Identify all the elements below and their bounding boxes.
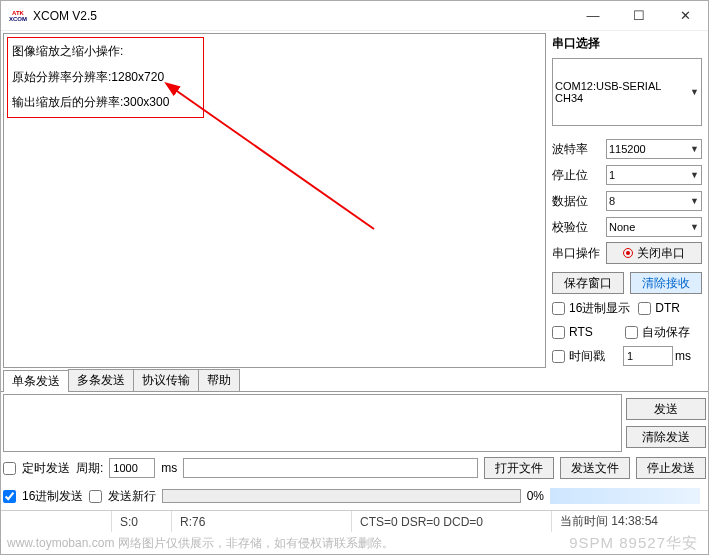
clear-send-button[interactable]: 清除发送	[626, 426, 706, 448]
app-window: ATKXCOM XCOM V2.5 — ☐ ✕ 图像缩放之缩小操作: 原始分辨率…	[0, 0, 709, 555]
hex-display-label: 16进制显示	[569, 300, 630, 317]
clear-recv-button[interactable]: 清除接收	[630, 272, 702, 294]
parity-select[interactable]: None▼	[606, 217, 702, 237]
serial-toggle-button[interactable]: 关闭串口	[606, 242, 702, 264]
hex-display-checkbox[interactable]	[552, 302, 565, 315]
auto-save-label: 自动保存	[642, 324, 690, 341]
op-button-label: 关闭串口	[637, 245, 685, 262]
watermark-left: www.toymoban.com 网络图片仅供展示，非存储，如有侵权请联系删除。	[7, 535, 394, 552]
dtr-checkbox[interactable]	[638, 302, 651, 315]
data-value: 8	[609, 195, 615, 207]
content-area: 图像缩放之缩小操作: 原始分辨率分辨率:1280x720 输出缩放后的分辨率:3…	[1, 31, 708, 554]
dtr-label: DTR	[655, 301, 680, 315]
timestamp-checkbox[interactable]	[552, 350, 565, 363]
send-tabs: 单条发送 多条发送 协议传输 帮助	[1, 370, 708, 392]
port-value: COM12:USB-SERIAL CH34	[555, 80, 690, 104]
rts-checkbox[interactable]	[552, 326, 565, 339]
status-time: 当前时间 14:38:54	[551, 511, 708, 532]
status-recv: R:76	[171, 511, 351, 532]
progress-percent: 0%	[527, 489, 544, 503]
serial-settings-panel: 串口选择 COM12:USB-SERIAL CH34▼ 波特率 115200▼ …	[548, 31, 708, 370]
stop-select[interactable]: 1▼	[606, 165, 702, 185]
maximize-button[interactable]: ☐	[616, 1, 662, 30]
close-button[interactable]: ✕	[662, 1, 708, 30]
data-label: 数据位	[552, 193, 602, 210]
send-file-button[interactable]: 发送文件	[560, 457, 630, 479]
op-label: 串口操作	[552, 245, 602, 262]
open-file-button[interactable]: 打开文件	[484, 457, 554, 479]
parity-label: 校验位	[552, 219, 602, 236]
auto-save-checkbox[interactable]	[625, 326, 638, 339]
output-line: 原始分辨率分辨率:1280x720	[12, 70, 169, 86]
output-line: 图像缩放之缩小操作:	[12, 44, 169, 60]
watermark-right: 9SPM 89527华安	[569, 534, 698, 553]
data-select[interactable]: 8▼	[606, 191, 702, 211]
serial-section-title: 串口选择	[552, 35, 702, 52]
baud-value: 115200	[609, 143, 646, 155]
window-title: XCOM V2.5	[33, 9, 570, 23]
chevron-down-icon: ▼	[690, 196, 699, 206]
timed-send-checkbox[interactable]	[3, 462, 16, 475]
timed-send-label: 定时发送	[22, 460, 70, 477]
info-strip	[550, 488, 700, 504]
status-spacer	[1, 511, 111, 532]
minimize-button[interactable]: —	[570, 1, 616, 30]
send-panel: 发送 清除发送 定时发送 周期: 1000 ms 打开文件 发送文件 停止发送 …	[1, 392, 708, 510]
tab-help[interactable]: 帮助	[198, 369, 240, 391]
app-icon: ATKXCOM	[9, 7, 27, 25]
stop-send-button[interactable]: 停止发送	[636, 457, 706, 479]
status-sent: S:0	[111, 511, 171, 532]
highlight-box: 图像缩放之缩小操作: 原始分辨率分辨率:1280x720 输出缩放后的分辨率:3…	[7, 37, 204, 118]
chevron-down-icon: ▼	[690, 222, 699, 232]
send-newline-label: 发送新行	[108, 488, 156, 505]
rts-label: RTS	[569, 325, 593, 339]
progress-bar	[162, 489, 520, 503]
hex-send-checkbox[interactable]	[3, 490, 16, 503]
period-unit: ms	[161, 461, 177, 475]
baud-select[interactable]: 115200▼	[606, 139, 702, 159]
tab-protocol[interactable]: 协议传输	[133, 369, 199, 391]
stop-label: 停止位	[552, 167, 602, 184]
file-path-input[interactable]	[183, 458, 478, 478]
chevron-down-icon: ▼	[690, 144, 699, 154]
period-input[interactable]: 1000	[109, 458, 155, 478]
timestamp-value-input[interactable]: 1	[623, 346, 673, 366]
send-button[interactable]: 发送	[626, 398, 706, 420]
stop-value: 1	[609, 169, 615, 181]
parity-value: None	[609, 221, 635, 233]
record-icon	[623, 248, 633, 258]
timestamp-unit: ms	[675, 349, 691, 363]
timestamp-label: 时间戳	[569, 348, 605, 365]
status-bar: S:0 R:76 CTS=0 DSR=0 DCD=0 当前时间 14:38:54	[1, 510, 708, 532]
chevron-down-icon: ▼	[690, 170, 699, 180]
status-signals: CTS=0 DSR=0 DCD=0	[351, 511, 551, 532]
titlebar: ATKXCOM XCOM V2.5 — ☐ ✕	[1, 1, 708, 31]
window-buttons: — ☐ ✕	[570, 1, 708, 30]
tab-multi-send[interactable]: 多条发送	[68, 369, 134, 391]
send-newline-checkbox[interactable]	[89, 490, 102, 503]
period-label: 周期:	[76, 460, 103, 477]
tab-single-send[interactable]: 单条发送	[3, 370, 69, 392]
output-line: 输出缩放后的分辨率:300x300	[12, 95, 169, 111]
chevron-down-icon: ▼	[690, 87, 699, 97]
baud-label: 波特率	[552, 141, 602, 158]
upper-pane: 图像缩放之缩小操作: 原始分辨率分辨率:1280x720 输出缩放后的分辨率:3…	[1, 31, 708, 370]
port-select[interactable]: COM12:USB-SERIAL CH34▼	[552, 58, 702, 126]
hex-send-label: 16进制发送	[22, 488, 83, 505]
watermark: www.toymoban.com 网络图片仅供展示，非存储，如有侵权请联系删除。…	[1, 532, 708, 554]
output-textarea[interactable]: 图像缩放之缩小操作: 原始分辨率分辨率:1280x720 输出缩放后的分辨率:3…	[3, 33, 546, 368]
save-window-button[interactable]: 保存窗口	[552, 272, 624, 294]
send-textarea[interactable]	[3, 394, 622, 452]
